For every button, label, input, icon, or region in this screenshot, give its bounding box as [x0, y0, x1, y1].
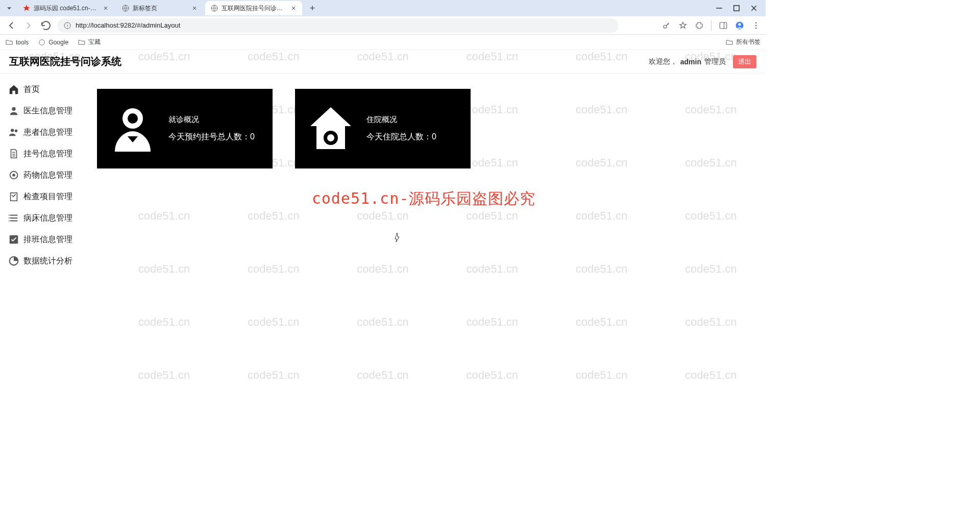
users-icon	[8, 127, 19, 138]
logout-button[interactable]: 退出	[733, 55, 756, 68]
side-panel-icon[interactable]	[719, 21, 728, 30]
bookmark-label: 宝藏	[88, 38, 101, 46]
window-close-icon[interactable]	[750, 5, 757, 12]
main-content: 就诊概况 今天预约挂号总人数：0 住院概况 今天住院总人数：0 code	[82, 74, 766, 415]
person-icon	[107, 103, 158, 154]
document-icon	[8, 148, 19, 159]
sidebar-item-label: 检查项目管理	[23, 191, 72, 202]
svg-point-17	[12, 174, 15, 177]
sidebar-item-label: 药物信息管理	[23, 170, 72, 181]
browser-tab[interactable]: 新标签页 ×	[116, 1, 203, 15]
close-icon[interactable]: ×	[191, 5, 198, 12]
sidebar-item-label: 首页	[23, 84, 40, 95]
tab-title: 互联网医院挂号问诊系统	[222, 4, 287, 13]
browser-tab[interactable]: 源码乐园 code51.cn-项目论文… ×	[17, 1, 114, 15]
folder-icon	[5, 38, 13, 46]
card-text: 住院概况 今天住院总人数：0	[366, 115, 436, 142]
menu-icon[interactable]	[751, 21, 761, 30]
check-icon	[8, 234, 19, 245]
key-icon[interactable]	[662, 21, 671, 30]
header-user-info: 欢迎您， admin 管理员 退出	[649, 55, 756, 68]
address-bar: http://localhost:9282/#/adminLayout	[0, 16, 766, 35]
address-bar-actions	[662, 20, 761, 31]
svg-point-10	[755, 25, 757, 26]
folder-icon	[725, 38, 733, 46]
extension-icon[interactable]	[695, 21, 704, 30]
app-header: 互联网医院挂号问诊系统 欢迎您， admin 管理员 退出	[0, 50, 766, 74]
svg-rect-2	[734, 6, 740, 11]
svg-point-14	[11, 129, 14, 132]
new-tab-button[interactable]: +	[306, 2, 318, 14]
sidebar-item-label: 医生信息管理	[23, 106, 72, 116]
svg-rect-18	[11, 193, 17, 201]
back-icon[interactable]	[5, 19, 17, 32]
url-input[interactable]: http://localhost:9282/#/adminLayout	[57, 18, 619, 33]
svg-point-25	[128, 113, 138, 124]
sidebar-item-schedule[interactable]: 排班信息管理	[0, 229, 82, 250]
sidebar-item-home[interactable]: 首页	[0, 79, 82, 100]
clipboard-icon	[8, 191, 19, 202]
maximize-icon[interactable]	[733, 5, 740, 12]
favicon-icon	[22, 4, 31, 12]
sidebar-item-registration[interactable]: 挂号信息管理	[0, 143, 82, 164]
svg-point-8	[738, 23, 741, 26]
sidebar-item-label: 挂号信息管理	[23, 149, 72, 159]
all-bookmarks[interactable]: 所有书签	[725, 38, 761, 46]
all-bookmarks-label: 所有书签	[736, 38, 761, 46]
bookmarks-bar: tools Google 宝藏 所有书签	[0, 35, 766, 50]
close-icon[interactable]: ×	[102, 5, 109, 12]
chart-icon	[8, 255, 19, 267]
sidebar-item-label: 患者信息管理	[23, 127, 72, 138]
minimize-icon[interactable]	[716, 5, 723, 12]
card-hospitalization: 住院概况 今天住院总人数：0	[295, 89, 471, 168]
bookmark-item[interactable]: tools	[5, 38, 29, 46]
browser-tab-strip: 源码乐园 code51.cn-项目论文… × 新标签页 × 互联网医院挂号问诊系…	[0, 0, 766, 16]
reload-icon[interactable]	[40, 19, 52, 32]
sidebar-item-stats[interactable]: 数据统计分析	[0, 250, 82, 272]
user-icon	[8, 105, 19, 116]
sidebar-item-beds[interactable]: 病床信息管理	[0, 207, 82, 229]
svg-point-21	[9, 221, 10, 222]
sidebar-item-doctors[interactable]: 医生信息管理	[0, 100, 82, 122]
close-icon[interactable]: ×	[290, 5, 297, 12]
forward-icon[interactable]	[22, 19, 35, 32]
home-icon	[8, 84, 19, 95]
house-icon	[305, 103, 356, 154]
watermark-notice: code51.cn-源码乐园盗图必究	[82, 188, 766, 209]
card-stat: 今天预约挂号总人数：0	[168, 132, 255, 142]
window-controls	[716, 5, 762, 12]
url-text: http://localhost:9282/#/adminLayout	[76, 21, 180, 29]
sidebar-item-label: 排班信息管理	[23, 234, 72, 245]
svg-rect-6	[720, 22, 727, 29]
globe-icon	[121, 4, 130, 12]
info-icon[interactable]	[63, 21, 71, 30]
welcome-text: 欢迎您，	[649, 57, 677, 66]
svg-point-13	[12, 107, 15, 111]
sidebar-item-exam[interactable]: 检查项目管理	[0, 186, 82, 207]
svg-point-9	[755, 22, 757, 23]
sidebar-item-patients[interactable]: 患者信息管理	[0, 122, 82, 143]
username: admin	[680, 58, 701, 66]
star-icon[interactable]	[678, 21, 688, 30]
svg-point-15	[15, 130, 18, 133]
folder-icon	[78, 38, 86, 46]
card-title: 就诊概况	[168, 115, 255, 125]
app-body: 首页 医生信息管理 患者信息管理 挂号信息管理 药物信息管理 检查项目管理 病床…	[0, 74, 766, 415]
pill-icon	[8, 170, 19, 181]
app-title: 互联网医院挂号问诊系统	[9, 55, 121, 68]
list-icon	[8, 212, 19, 224]
svg-point-5	[664, 25, 667, 28]
browser-tab-active[interactable]: 互联网医院挂号问诊系统 ×	[205, 1, 302, 15]
globe-icon	[210, 4, 218, 12]
profile-icon[interactable]	[735, 21, 744, 30]
card-text: 就诊概况 今天预约挂号总人数：0	[168, 115, 255, 142]
sidebar: 首页 医生信息管理 患者信息管理 挂号信息管理 药物信息管理 检查项目管理 病床…	[0, 74, 82, 415]
bookmark-item[interactable]: 宝藏	[78, 38, 101, 46]
bookmark-label: Google	[48, 39, 68, 46]
bookmark-item[interactable]: Google	[38, 38, 68, 46]
sidebar-item-medicine[interactable]: 药物信息管理	[0, 164, 82, 186]
card-title: 住院概况	[366, 115, 436, 125]
svg-point-12	[39, 39, 45, 45]
tab-dropdown-icon[interactable]	[4, 3, 14, 13]
tab-title: 源码乐园 code51.cn-项目论文…	[34, 4, 99, 13]
